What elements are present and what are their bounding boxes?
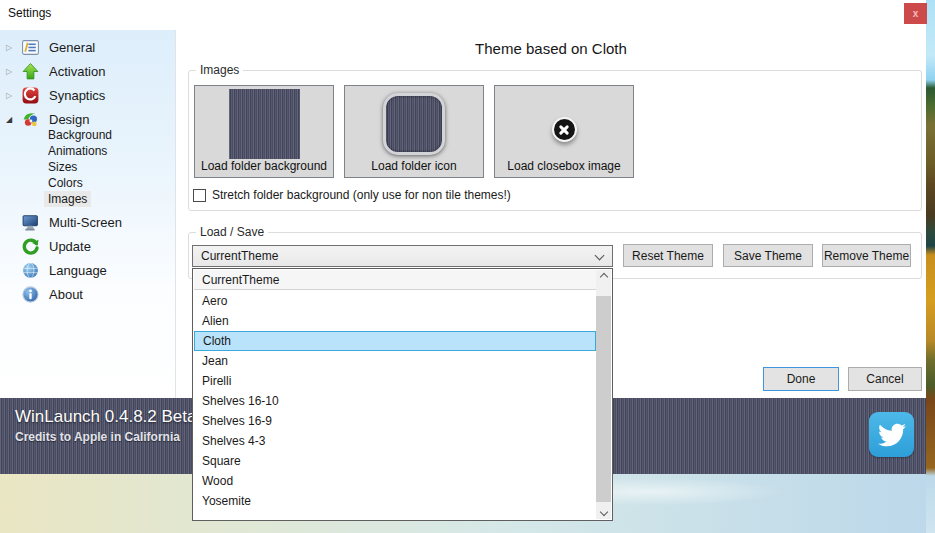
- expander-collapsed-icon[interactable]: [6, 91, 20, 100]
- sidebar-item-label: Colors: [48, 176, 83, 190]
- checkbox-label: Stretch folder background (only use for …: [212, 188, 511, 202]
- sidebar-item-sizes[interactable]: Sizes: [48, 159, 77, 175]
- dropdown-item-shelves-16-9[interactable]: Shelves 16-9: [194, 411, 596, 431]
- dropdown-item-aero[interactable]: Aero: [194, 291, 596, 311]
- about-info-icon: [21, 285, 40, 304]
- sidebar-item-colors[interactable]: Colors: [48, 175, 83, 191]
- images-groupbox-label: Images: [196, 63, 243, 77]
- folder-icon-preview: [383, 93, 445, 155]
- dropdown-item-cloth[interactable]: Cloth: [194, 331, 596, 351]
- dropdown-item-yosemite[interactable]: Yosemite: [194, 491, 596, 511]
- sidebar-item-synaptics[interactable]: Synaptics: [0, 84, 175, 106]
- folder-background-preview: [229, 89, 300, 159]
- close-icon: x: [913, 8, 919, 19]
- twitter-button[interactable]: [869, 412, 914, 457]
- button-label: Cancel: [866, 372, 903, 386]
- sidebar-item-update[interactable]: Update: [0, 235, 175, 257]
- sidebar-item-background[interactable]: Background: [48, 127, 112, 143]
- sidebar-item-general[interactable]: General: [0, 36, 175, 58]
- sidebar-item-label: Images: [48, 192, 87, 206]
- dropdown-item-pirelli[interactable]: Pirelli: [194, 371, 596, 391]
- sidebar-item-animations[interactable]: Animations: [48, 143, 107, 159]
- page-title: Theme based on Cloth: [176, 40, 926, 57]
- sidebar-item-label: Multi-Screen: [49, 215, 122, 230]
- sidebar-item-images[interactable]: Images: [44, 191, 91, 207]
- dropdown-item-shelves-16-10[interactable]: Shelves 16-10: [194, 391, 596, 411]
- scroll-down-arrow-icon[interactable]: [596, 505, 611, 519]
- done-button[interactable]: Done: [763, 367, 839, 391]
- reset-theme-button[interactable]: Reset Theme: [623, 244, 713, 267]
- dropdown-item-square[interactable]: Square: [194, 451, 596, 471]
- scrollbar-thumb[interactable]: [596, 296, 611, 502]
- stretch-folder-background-checkbox[interactable]: Stretch folder background (only use for …: [193, 188, 511, 202]
- button-label: Load closebox image: [507, 159, 620, 173]
- button-label: Reset Theme: [632, 249, 704, 263]
- expander-collapsed-icon[interactable]: [6, 67, 20, 76]
- credits-text: Credits to Apple in California: [15, 430, 180, 444]
- sidebar-item-label: About: [49, 287, 83, 302]
- button-label: Done: [787, 372, 816, 386]
- theme-combobox[interactable]: CurrentTheme: [192, 245, 613, 267]
- desktop-wallpaper-right: [926, 0, 935, 533]
- dropdown-item-alien[interactable]: Alien: [194, 311, 596, 331]
- window-title: Settings: [8, 6, 51, 20]
- loadsave-groupbox-label: Load / Save: [196, 225, 268, 239]
- winlaunch-settings-screen: Settings x General Activation: [0, 0, 935, 533]
- sidebar-item-activation[interactable]: Activation: [0, 60, 175, 82]
- dropdown-item-shelves-4-3[interactable]: Shelves 4-3: [194, 431, 596, 451]
- combobox-value: CurrentTheme: [201, 249, 278, 263]
- app-version-text: WinLaunch 0.4.8.2 Beta: [15, 407, 196, 427]
- sidebar-item-label: General: [49, 40, 95, 55]
- dropdown-item-currenttheme[interactable]: CurrentTheme: [194, 270, 596, 290]
- design-icon: [21, 110, 40, 129]
- sidebar-item-label: Language: [49, 263, 107, 278]
- expander-collapsed-icon[interactable]: [6, 43, 20, 52]
- chevron-down-icon: [595, 251, 605, 261]
- checkbox-box[interactable]: [193, 189, 206, 202]
- dropdown-item-wood[interactable]: Wood: [194, 471, 596, 491]
- load-folder-icon-button[interactable]: Load folder icon: [344, 85, 484, 178]
- dropdown-item-jean[interactable]: Jean: [194, 351, 596, 371]
- settings-nav-tree: General Activation Synaptics: [0, 30, 176, 398]
- sidebar-item-about[interactable]: About: [0, 283, 175, 305]
- load-folder-background-button[interactable]: Load folder background: [194, 85, 334, 178]
- close-button[interactable]: x: [904, 3, 927, 24]
- closebox-preview-icon: [552, 117, 577, 142]
- synaptics-icon: [21, 86, 40, 105]
- twitter-bird-icon: [878, 421, 906, 449]
- sidebar-item-label: Activation: [49, 64, 105, 79]
- sidebar-item-label: Background: [48, 128, 112, 142]
- sidebar-item-language[interactable]: Language: [0, 259, 175, 281]
- dropdown-scrollbar[interactable]: [596, 270, 611, 519]
- theme-dropdown-list: CurrentTheme Aero Alien Cloth Jean Pirel…: [192, 268, 613, 521]
- expander-expanded-icon[interactable]: [6, 115, 20, 124]
- save-theme-button[interactable]: Save Theme: [723, 244, 813, 267]
- load-closebox-image-button[interactable]: Load closebox image: [494, 85, 634, 178]
- button-label: Save Theme: [734, 249, 802, 263]
- sidebar-item-label: Animations: [48, 144, 107, 158]
- sidebar-item-label: Synaptics: [49, 88, 105, 103]
- button-label: Remove Theme: [824, 249, 909, 263]
- cancel-button[interactable]: Cancel: [848, 367, 922, 391]
- scroll-up-arrow-icon[interactable]: [596, 270, 611, 284]
- button-label: Load folder background: [201, 159, 327, 173]
- remove-theme-button[interactable]: Remove Theme: [822, 244, 911, 267]
- multi-screen-icon: [21, 213, 40, 232]
- sidebar-item-label: Design: [49, 112, 89, 127]
- sidebar-item-multi-screen[interactable]: Multi-Screen: [0, 211, 175, 233]
- button-label: Load folder icon: [371, 159, 456, 173]
- update-icon: [21, 237, 40, 256]
- sidebar-item-label: Update: [49, 239, 91, 254]
- language-globe-icon: [21, 261, 40, 280]
- general-icon: [21, 38, 40, 57]
- sidebar-item-label: Sizes: [48, 160, 77, 174]
- activation-icon: [21, 62, 40, 81]
